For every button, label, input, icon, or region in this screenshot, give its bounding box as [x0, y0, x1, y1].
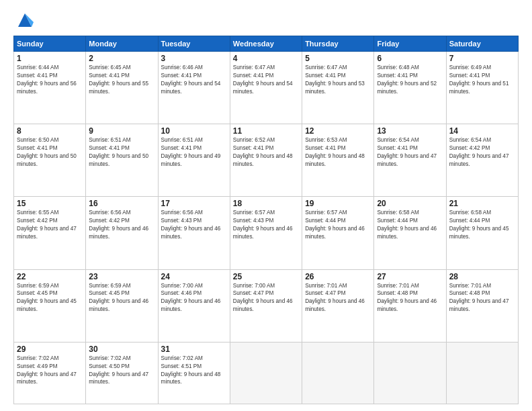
weekday-header: Tuesday [158, 36, 230, 52]
day-info: Sunrise: 6:57 AM Sunset: 4:43 PM Dayligh… [233, 209, 299, 241]
day-number: 21 [449, 199, 515, 208]
day-number: 5 [305, 54, 371, 63]
day-info: Sunrise: 6:45 AM Sunset: 4:41 PM Dayligh… [89, 64, 154, 96]
day-info: Sunrise: 6:51 AM Sunset: 4:41 PM Dayligh… [89, 136, 154, 169]
day-number: 17 [161, 199, 227, 208]
calendar-day-cell: 4 Sunrise: 6:47 AM Sunset: 4:41 PM Dayli… [230, 52, 302, 124]
calendar-day-cell: 13 Sunrise: 6:54 AM Sunset: 4:41 PM Dayl… [374, 124, 446, 197]
day-info: Sunrise: 7:02 AM Sunset: 4:50 PM Dayligh… [89, 355, 154, 387]
day-info: Sunrise: 6:56 AM Sunset: 4:42 PM Dayligh… [89, 209, 154, 241]
calendar-day-cell: 27 Sunrise: 7:01 AM Sunset: 4:48 PM Dayl… [374, 269, 446, 342]
day-number: 24 [161, 272, 227, 281]
day-number: 16 [89, 199, 154, 208]
calendar-day-cell: 20 Sunrise: 6:58 AM Sunset: 4:44 PM Dayl… [374, 197, 446, 269]
calendar-day-cell: 25 Sunrise: 7:00 AM Sunset: 4:47 PM Dayl… [230, 269, 302, 342]
day-number: 13 [377, 126, 443, 136]
day-number: 29 [17, 345, 83, 354]
calendar-day-cell: 11 Sunrise: 6:52 AM Sunset: 4:41 PM Dayl… [230, 124, 302, 197]
calendar-day-cell: 19 Sunrise: 6:57 AM Sunset: 4:44 PM Dayl… [302, 197, 374, 269]
day-number: 26 [305, 272, 371, 281]
day-number: 20 [377, 199, 443, 208]
day-number: 19 [305, 199, 371, 208]
calendar-day-cell: 15 Sunrise: 6:55 AM Sunset: 4:42 PM Dayl… [14, 197, 86, 269]
calendar-day-cell [302, 342, 374, 404]
calendar-week-row: 29 Sunrise: 7:02 AM Sunset: 4:49 PM Dayl… [14, 342, 519, 404]
calendar-day-cell: 26 Sunrise: 7:01 AM Sunset: 4:47 PM Dayl… [302, 269, 374, 342]
day-info: Sunrise: 6:59 AM Sunset: 4:45 PM Dayligh… [89, 282, 154, 314]
day-number: 30 [89, 345, 154, 354]
calendar-body: 1 Sunrise: 6:44 AM Sunset: 4:41 PM Dayli… [14, 52, 519, 404]
calendar-day-cell: 3 Sunrise: 6:46 AM Sunset: 4:41 PM Dayli… [158, 52, 230, 124]
day-info: Sunrise: 7:00 AM Sunset: 4:46 PM Dayligh… [161, 282, 227, 314]
calendar-day-cell: 31 Sunrise: 7:02 AM Sunset: 4:51 PM Dayl… [158, 342, 230, 404]
calendar-day-cell: 21 Sunrise: 6:58 AM Sunset: 4:44 PM Dayl… [446, 197, 518, 269]
calendar-table: SundayMondayTuesdayWednesdayThursdayFrid… [13, 36, 519, 404]
calendar-day-cell [230, 342, 302, 404]
day-info: Sunrise: 6:54 AM Sunset: 4:42 PM Dayligh… [449, 136, 515, 169]
weekday-header: Monday [86, 36, 158, 52]
day-info: Sunrise: 6:54 AM Sunset: 4:41 PM Dayligh… [377, 136, 443, 169]
day-info: Sunrise: 6:50 AM Sunset: 4:41 PM Dayligh… [17, 136, 83, 169]
calendar-week-row: 22 Sunrise: 6:59 AM Sunset: 4:45 PM Dayl… [14, 269, 519, 342]
weekday-header: Saturday [446, 36, 518, 52]
day-number: 1 [17, 54, 83, 63]
day-info: Sunrise: 6:47 AM Sunset: 4:41 PM Dayligh… [233, 64, 299, 96]
calendar-day-cell: 12 Sunrise: 6:53 AM Sunset: 4:41 PM Dayl… [302, 124, 374, 197]
calendar-day-cell: 24 Sunrise: 7:00 AM Sunset: 4:46 PM Dayl… [158, 269, 230, 342]
calendar-week-row: 8 Sunrise: 6:50 AM Sunset: 4:41 PM Dayli… [14, 124, 519, 197]
day-info: Sunrise: 6:53 AM Sunset: 4:41 PM Dayligh… [305, 136, 371, 169]
calendar-day-cell: 5 Sunrise: 6:47 AM Sunset: 4:41 PM Dayli… [302, 52, 374, 124]
day-info: Sunrise: 6:59 AM Sunset: 4:45 PM Dayligh… [17, 282, 83, 314]
calendar-day-cell: 29 Sunrise: 7:02 AM Sunset: 4:49 PM Dayl… [14, 342, 86, 404]
calendar-day-cell: 22 Sunrise: 6:59 AM Sunset: 4:45 PM Dayl… [14, 269, 86, 342]
logo-icon [15, 10, 35, 30]
day-number: 25 [233, 272, 299, 281]
calendar-day-cell: 28 Sunrise: 7:01 AM Sunset: 4:48 PM Dayl… [446, 269, 518, 342]
day-info: Sunrise: 7:01 AM Sunset: 4:47 PM Dayligh… [305, 282, 371, 314]
calendar-week-row: 15 Sunrise: 6:55 AM Sunset: 4:42 PM Dayl… [14, 197, 519, 269]
day-number: 2 [89, 54, 154, 63]
day-info: Sunrise: 6:52 AM Sunset: 4:41 PM Dayligh… [233, 136, 299, 169]
calendar-day-cell: 17 Sunrise: 6:56 AM Sunset: 4:43 PM Dayl… [158, 197, 230, 269]
calendar-day-cell: 14 Sunrise: 6:54 AM Sunset: 4:42 PM Dayl… [446, 124, 518, 197]
calendar-week-row: 1 Sunrise: 6:44 AM Sunset: 4:41 PM Dayli… [14, 52, 519, 124]
day-number: 7 [449, 54, 515, 63]
day-number: 31 [161, 345, 227, 354]
calendar-day-cell: 2 Sunrise: 6:45 AM Sunset: 4:41 PM Dayli… [86, 52, 158, 124]
calendar-day-cell: 23 Sunrise: 6:59 AM Sunset: 4:45 PM Dayl… [86, 269, 158, 342]
day-number: 9 [89, 126, 154, 136]
weekday-header: Wednesday [230, 36, 302, 52]
day-number: 22 [17, 272, 83, 281]
day-info: Sunrise: 7:02 AM Sunset: 4:51 PM Dayligh… [161, 355, 227, 387]
calendar-day-cell: 7 Sunrise: 6:49 AM Sunset: 4:41 PM Dayli… [446, 52, 518, 124]
day-info: Sunrise: 6:47 AM Sunset: 4:41 PM Dayligh… [305, 64, 371, 96]
weekday-header: Sunday [14, 36, 86, 52]
day-number: 27 [377, 272, 443, 281]
calendar-day-cell: 6 Sunrise: 6:48 AM Sunset: 4:41 PM Dayli… [374, 52, 446, 124]
logo [13, 10, 35, 30]
day-number: 12 [305, 126, 371, 136]
page: SundayMondayTuesdayWednesdayThursdayFrid… [0, 0, 532, 411]
day-info: Sunrise: 6:49 AM Sunset: 4:41 PM Dayligh… [449, 64, 515, 96]
day-number: 18 [233, 199, 299, 208]
day-info: Sunrise: 7:02 AM Sunset: 4:49 PM Dayligh… [17, 355, 83, 387]
weekday-header: Thursday [302, 36, 374, 52]
day-number: 3 [161, 54, 227, 63]
day-info: Sunrise: 6:58 AM Sunset: 4:44 PM Dayligh… [377, 209, 443, 241]
calendar-day-cell: 16 Sunrise: 6:56 AM Sunset: 4:42 PM Dayl… [86, 197, 158, 269]
day-number: 28 [449, 272, 515, 281]
calendar-day-cell [446, 342, 518, 404]
weekday-header: Friday [374, 36, 446, 52]
day-info: Sunrise: 6:44 AM Sunset: 4:41 PM Dayligh… [17, 64, 83, 96]
calendar-day-cell: 8 Sunrise: 6:50 AM Sunset: 4:41 PM Dayli… [14, 124, 86, 197]
calendar-day-cell: 10 Sunrise: 6:51 AM Sunset: 4:41 PM Dayl… [158, 124, 230, 197]
day-number: 15 [17, 199, 83, 208]
calendar-day-cell: 9 Sunrise: 6:51 AM Sunset: 4:41 PM Dayli… [86, 124, 158, 197]
calendar-day-cell: 30 Sunrise: 7:02 AM Sunset: 4:50 PM Dayl… [86, 342, 158, 404]
header [13, 10, 519, 30]
day-number: 23 [89, 272, 154, 281]
day-number: 11 [233, 126, 299, 136]
day-info: Sunrise: 6:57 AM Sunset: 4:44 PM Dayligh… [305, 209, 371, 241]
day-info: Sunrise: 6:46 AM Sunset: 4:41 PM Dayligh… [161, 64, 227, 96]
day-info: Sunrise: 6:51 AM Sunset: 4:41 PM Dayligh… [161, 136, 227, 169]
